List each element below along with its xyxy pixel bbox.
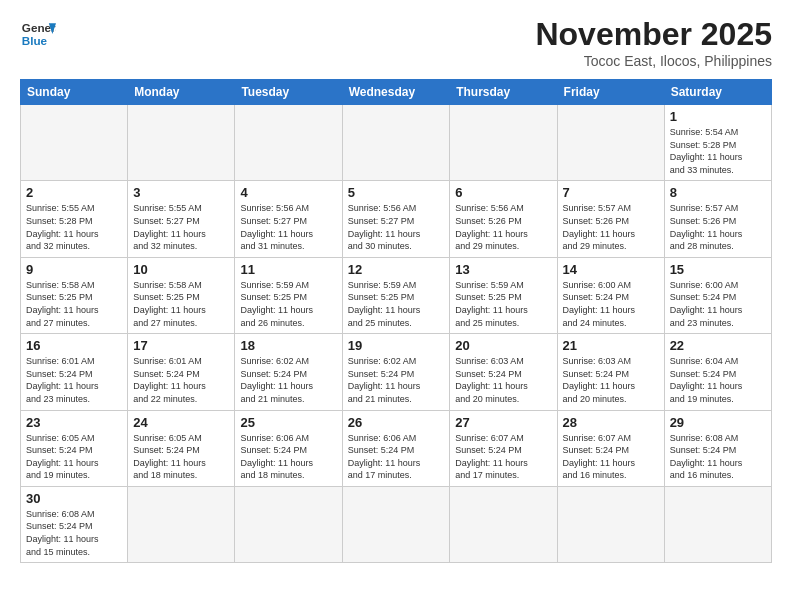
day-number: 13 [455, 262, 551, 277]
day-info: Sunrise: 5:59 AM Sunset: 5:25 PM Dayligh… [348, 279, 445, 329]
weekday-header-wednesday: Wednesday [342, 80, 450, 105]
calendar-cell: 15Sunrise: 6:00 AM Sunset: 5:24 PM Dayli… [664, 257, 771, 333]
day-number: 1 [670, 109, 766, 124]
location-subtitle: Tococ East, Ilocos, Philippines [535, 53, 772, 69]
calendar-cell: 7Sunrise: 5:57 AM Sunset: 5:26 PM Daylig… [557, 181, 664, 257]
day-info: Sunrise: 5:55 AM Sunset: 5:27 PM Dayligh… [133, 202, 229, 252]
calendar-cell: 5Sunrise: 5:56 AM Sunset: 5:27 PM Daylig… [342, 181, 450, 257]
day-number: 28 [563, 415, 659, 430]
day-info: Sunrise: 5:56 AM Sunset: 5:27 PM Dayligh… [240, 202, 336, 252]
weekday-header-tuesday: Tuesday [235, 80, 342, 105]
day-number: 23 [26, 415, 122, 430]
calendar-week-row: 23Sunrise: 6:05 AM Sunset: 5:24 PM Dayli… [21, 410, 772, 486]
calendar-cell: 3Sunrise: 5:55 AM Sunset: 5:27 PM Daylig… [128, 181, 235, 257]
day-info: Sunrise: 5:57 AM Sunset: 5:26 PM Dayligh… [563, 202, 659, 252]
day-info: Sunrise: 5:54 AM Sunset: 5:28 PM Dayligh… [670, 126, 766, 176]
calendar-cell [450, 486, 557, 562]
day-info: Sunrise: 6:00 AM Sunset: 5:24 PM Dayligh… [670, 279, 766, 329]
day-number: 24 [133, 415, 229, 430]
svg-text:Blue: Blue [22, 34, 48, 47]
day-number: 8 [670, 185, 766, 200]
calendar-cell: 8Sunrise: 5:57 AM Sunset: 5:26 PM Daylig… [664, 181, 771, 257]
calendar-cell: 18Sunrise: 6:02 AM Sunset: 5:24 PM Dayli… [235, 334, 342, 410]
day-info: Sunrise: 5:57 AM Sunset: 5:26 PM Dayligh… [670, 202, 766, 252]
calendar-cell: 4Sunrise: 5:56 AM Sunset: 5:27 PM Daylig… [235, 181, 342, 257]
calendar-cell [450, 105, 557, 181]
day-number: 26 [348, 415, 445, 430]
day-number: 21 [563, 338, 659, 353]
calendar-week-row: 1Sunrise: 5:54 AM Sunset: 5:28 PM Daylig… [21, 105, 772, 181]
day-info: Sunrise: 6:02 AM Sunset: 5:24 PM Dayligh… [240, 355, 336, 405]
weekday-header-thursday: Thursday [450, 80, 557, 105]
weekday-header-row: SundayMondayTuesdayWednesdayThursdayFrid… [21, 80, 772, 105]
calendar-cell: 24Sunrise: 6:05 AM Sunset: 5:24 PM Dayli… [128, 410, 235, 486]
day-number: 10 [133, 262, 229, 277]
calendar-cell [342, 105, 450, 181]
logo-icon: General Blue [20, 16, 56, 52]
day-info: Sunrise: 6:05 AM Sunset: 5:24 PM Dayligh… [133, 432, 229, 482]
day-info: Sunrise: 6:07 AM Sunset: 5:24 PM Dayligh… [455, 432, 551, 482]
calendar-cell: 2Sunrise: 5:55 AM Sunset: 5:28 PM Daylig… [21, 181, 128, 257]
calendar-cell: 20Sunrise: 6:03 AM Sunset: 5:24 PM Dayli… [450, 334, 557, 410]
day-number: 20 [455, 338, 551, 353]
calendar-cell [342, 486, 450, 562]
calendar-cell [664, 486, 771, 562]
day-number: 11 [240, 262, 336, 277]
day-number: 6 [455, 185, 551, 200]
day-info: Sunrise: 5:58 AM Sunset: 5:25 PM Dayligh… [133, 279, 229, 329]
logo: General Blue [20, 16, 56, 52]
weekday-header-sunday: Sunday [21, 80, 128, 105]
calendar-cell: 21Sunrise: 6:03 AM Sunset: 5:24 PM Dayli… [557, 334, 664, 410]
calendar-cell: 26Sunrise: 6:06 AM Sunset: 5:24 PM Dayli… [342, 410, 450, 486]
day-number: 12 [348, 262, 445, 277]
calendar-week-row: 16Sunrise: 6:01 AM Sunset: 5:24 PM Dayli… [21, 334, 772, 410]
day-number: 14 [563, 262, 659, 277]
day-number: 16 [26, 338, 122, 353]
calendar-cell [21, 105, 128, 181]
weekday-header-friday: Friday [557, 80, 664, 105]
day-number: 25 [240, 415, 336, 430]
calendar-cell: 9Sunrise: 5:58 AM Sunset: 5:25 PM Daylig… [21, 257, 128, 333]
day-info: Sunrise: 6:03 AM Sunset: 5:24 PM Dayligh… [563, 355, 659, 405]
calendar-cell: 1Sunrise: 5:54 AM Sunset: 5:28 PM Daylig… [664, 105, 771, 181]
day-info: Sunrise: 6:01 AM Sunset: 5:24 PM Dayligh… [26, 355, 122, 405]
calendar-table: SundayMondayTuesdayWednesdayThursdayFrid… [20, 79, 772, 563]
calendar-cell: 13Sunrise: 5:59 AM Sunset: 5:25 PM Dayli… [450, 257, 557, 333]
day-info: Sunrise: 6:06 AM Sunset: 5:24 PM Dayligh… [240, 432, 336, 482]
day-info: Sunrise: 6:05 AM Sunset: 5:24 PM Dayligh… [26, 432, 122, 482]
day-info: Sunrise: 6:03 AM Sunset: 5:24 PM Dayligh… [455, 355, 551, 405]
day-info: Sunrise: 6:02 AM Sunset: 5:24 PM Dayligh… [348, 355, 445, 405]
page-header: General Blue November 2025 Tococ East, I… [20, 16, 772, 69]
calendar-cell: 22Sunrise: 6:04 AM Sunset: 5:24 PM Dayli… [664, 334, 771, 410]
weekday-header-saturday: Saturday [664, 80, 771, 105]
month-title: November 2025 [535, 16, 772, 53]
day-number: 30 [26, 491, 122, 506]
day-info: Sunrise: 5:56 AM Sunset: 5:26 PM Dayligh… [455, 202, 551, 252]
calendar-cell [557, 105, 664, 181]
calendar-cell: 30Sunrise: 6:08 AM Sunset: 5:24 PM Dayli… [21, 486, 128, 562]
calendar-cell: 11Sunrise: 5:59 AM Sunset: 5:25 PM Dayli… [235, 257, 342, 333]
calendar-week-row: 30Sunrise: 6:08 AM Sunset: 5:24 PM Dayli… [21, 486, 772, 562]
day-info: Sunrise: 6:04 AM Sunset: 5:24 PM Dayligh… [670, 355, 766, 405]
calendar-week-row: 2Sunrise: 5:55 AM Sunset: 5:28 PM Daylig… [21, 181, 772, 257]
day-number: 17 [133, 338, 229, 353]
calendar-cell: 23Sunrise: 6:05 AM Sunset: 5:24 PM Dayli… [21, 410, 128, 486]
calendar-cell [128, 486, 235, 562]
title-block: November 2025 Tococ East, Ilocos, Philip… [535, 16, 772, 69]
day-info: Sunrise: 6:08 AM Sunset: 5:24 PM Dayligh… [670, 432, 766, 482]
day-info: Sunrise: 6:01 AM Sunset: 5:24 PM Dayligh… [133, 355, 229, 405]
day-number: 3 [133, 185, 229, 200]
calendar-cell: 16Sunrise: 6:01 AM Sunset: 5:24 PM Dayli… [21, 334, 128, 410]
calendar-cell: 10Sunrise: 5:58 AM Sunset: 5:25 PM Dayli… [128, 257, 235, 333]
weekday-header-monday: Monday [128, 80, 235, 105]
day-number: 7 [563, 185, 659, 200]
day-number: 18 [240, 338, 336, 353]
calendar-cell: 12Sunrise: 5:59 AM Sunset: 5:25 PM Dayli… [342, 257, 450, 333]
day-info: Sunrise: 6:07 AM Sunset: 5:24 PM Dayligh… [563, 432, 659, 482]
calendar-cell: 17Sunrise: 6:01 AM Sunset: 5:24 PM Dayli… [128, 334, 235, 410]
calendar-cell: 25Sunrise: 6:06 AM Sunset: 5:24 PM Dayli… [235, 410, 342, 486]
calendar-cell [235, 486, 342, 562]
day-number: 27 [455, 415, 551, 430]
day-info: Sunrise: 5:59 AM Sunset: 5:25 PM Dayligh… [240, 279, 336, 329]
day-number: 19 [348, 338, 445, 353]
